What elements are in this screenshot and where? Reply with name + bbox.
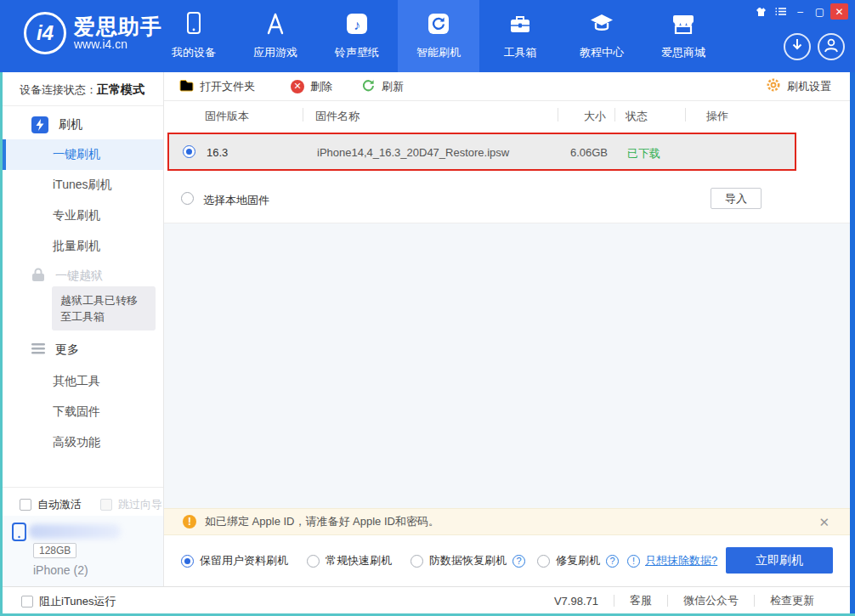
wechat-link[interactable]: 微信公众号 bbox=[668, 593, 754, 608]
block-itunes-checkbox[interactable] bbox=[21, 596, 33, 608]
firmware-radio[interactable] bbox=[183, 145, 195, 158]
scrollbar[interactable] bbox=[850, 72, 855, 613]
customer-service-link[interactable]: 客服 bbox=[614, 593, 667, 608]
sidebar-item-label: 下载固件 bbox=[53, 404, 100, 420]
option-repair[interactable]: 修复刷机 ? bbox=[537, 553, 619, 568]
notice-close-icon[interactable]: ✕ bbox=[818, 515, 830, 530]
sidebar-item-download-firmware[interactable]: 下载固件 bbox=[3, 398, 163, 426]
device-name-blurred bbox=[29, 524, 121, 539]
download-manager-button[interactable] bbox=[784, 33, 811, 60]
user-icon bbox=[824, 37, 839, 56]
tab-my-device[interactable]: 我的设备 bbox=[153, 0, 235, 72]
tab-smart-flash[interactable]: 智能刷机 bbox=[398, 0, 479, 72]
help-icon[interactable]: ? bbox=[606, 555, 619, 568]
divider bbox=[303, 108, 303, 122]
notice-text: 如已绑定 Apple ID，请准备好 Apple ID和密码。 bbox=[205, 514, 439, 529]
import-button[interactable]: 导入 bbox=[711, 188, 762, 209]
device-panel: 128GB iPhone (2) bbox=[3, 516, 163, 586]
auto-activate-checkbox[interactable] bbox=[20, 499, 31, 511]
divider bbox=[685, 108, 686, 122]
option-radio[interactable] bbox=[537, 555, 550, 568]
sidebar-item-pro-flash[interactable]: 专业刷机 bbox=[3, 201, 163, 231]
theme-icon[interactable] bbox=[752, 3, 770, 20]
flash-mode-options: 保留用户资料刷机 常规快速刷机 防数据恢复刷机 ? 修复刷机 ? ! 只想抹除数… bbox=[164, 535, 850, 586]
refresh-circle-icon bbox=[361, 78, 376, 95]
option-radio[interactable] bbox=[411, 555, 423, 568]
block-itunes-label: 阻止iTunes运行 bbox=[39, 594, 116, 609]
option-keep-user-data[interactable]: 保留用户资料刷机 bbox=[181, 553, 288, 568]
auto-activate-label: 自动激活 bbox=[37, 497, 82, 512]
store-icon bbox=[671, 12, 695, 39]
menu-list-icon[interactable] bbox=[772, 3, 790, 20]
user-account-button[interactable] bbox=[818, 33, 845, 60]
skip-wizard-label: 跳过向导 bbox=[118, 497, 162, 512]
appstore-icon bbox=[264, 12, 286, 39]
block-itunes-option[interactable]: 阻止iTunes运行 bbox=[21, 594, 116, 609]
sidebar: 设备连接状态：正常模式 刷机 一键刷机 iTunes刷机 专业刷机 批量刷机 一… bbox=[3, 72, 163, 586]
connection-status: 设备连接状态：正常模式 bbox=[3, 72, 163, 106]
option-anti-recovery[interactable]: 防数据恢复刷机 ? bbox=[411, 553, 525, 568]
minimize-button[interactable]: – bbox=[791, 3, 809, 20]
divider bbox=[558, 108, 558, 122]
local-firmware-radio[interactable] bbox=[181, 192, 194, 205]
device-model-label: iPhone (2) bbox=[33, 563, 88, 577]
window-controls: – ▢ ✕ bbox=[752, 3, 848, 20]
local-firmware-row[interactable]: 选择本地固件 导入 bbox=[164, 172, 850, 223]
device-capacity-badge: 128GB bbox=[33, 543, 76, 558]
sidebar-item-label: 其他工具 bbox=[53, 374, 100, 389]
info-exclamation-icon: ! bbox=[627, 555, 640, 568]
option-radio[interactable] bbox=[181, 555, 194, 568]
sidebar-item-itunes-flash[interactable]: iTunes刷机 bbox=[3, 170, 163, 201]
empty-area bbox=[164, 223, 850, 508]
graduation-icon bbox=[590, 12, 614, 39]
option-normal-fast[interactable]: 常规快速刷机 bbox=[307, 553, 392, 568]
flash-settings-button[interactable]: 刷机设置 bbox=[766, 77, 831, 95]
tab-apps-games[interactable]: 应用游戏 bbox=[235, 0, 316, 72]
tab-toolbox[interactable]: 工具箱 bbox=[479, 0, 561, 72]
check-update-link[interactable]: 检查更新 bbox=[755, 593, 830, 608]
erase-data-link[interactable]: 只想抹除数据? bbox=[645, 553, 717, 568]
tab-label: 智能刷机 bbox=[416, 45, 461, 60]
sidebar-item-batch-flash[interactable]: 批量刷机 bbox=[3, 231, 163, 262]
activation-options: 自动激活 跳过向导 bbox=[3, 492, 163, 517]
refresh-button[interactable]: 刷新 bbox=[361, 78, 404, 95]
skip-wizard-checkbox[interactable] bbox=[100, 499, 112, 511]
phone-icon bbox=[183, 12, 205, 39]
svg-text:♪: ♪ bbox=[354, 18, 360, 32]
firmware-version: 16.3 bbox=[207, 146, 228, 159]
close-button[interactable]: ✕ bbox=[830, 3, 848, 20]
section-flash-label: 刷机 bbox=[59, 117, 82, 133]
connection-status-label: 设备连接状态： bbox=[20, 83, 97, 96]
top-nav: 我的设备 应用游戏 ♪ 铃声壁纸 智能刷机 bbox=[153, 0, 724, 72]
firmware-row-selected[interactable]: 16.3 iPhone14,4_16.3_20D47_Restore.ipsw … bbox=[167, 133, 796, 171]
col-status: 状态 bbox=[626, 109, 648, 124]
open-folder-button[interactable]: 打开文件夹 bbox=[179, 79, 255, 94]
option-label: 保留用户资料刷机 bbox=[200, 553, 288, 568]
divider bbox=[614, 108, 615, 122]
option-label: 常规快速刷机 bbox=[326, 553, 392, 568]
help-icon[interactable]: ? bbox=[512, 555, 525, 568]
col-size: 大小 bbox=[551, 109, 606, 124]
sidebar-item-jailbreak: 一键越狱 bbox=[3, 263, 163, 289]
tab-label: 铃声壁纸 bbox=[335, 45, 379, 60]
option-radio[interactable] bbox=[307, 555, 320, 568]
sidebar-item-one-click-flash[interactable]: 一键刷机 bbox=[3, 139, 163, 170]
maximize-button[interactable]: ▢ bbox=[811, 3, 829, 20]
refresh-label: 刷新 bbox=[382, 79, 404, 94]
app-url: www.i4.cn bbox=[74, 37, 162, 51]
flash-now-button[interactable]: 立即刷机 bbox=[726, 547, 833, 574]
sidebar-item-label: 一键刷机 bbox=[53, 147, 100, 162]
tab-tutorials[interactable]: 教程中心 bbox=[561, 0, 643, 72]
sidebar-item-other-tools[interactable]: 其他工具 bbox=[3, 368, 163, 395]
sidebar-item-advanced[interactable]: 高级功能 bbox=[3, 429, 163, 456]
local-firmware-label: 选择本地固件 bbox=[203, 193, 269, 208]
delete-button[interactable]: ✕ 删除 bbox=[291, 79, 332, 94]
section-flash: 刷机 bbox=[3, 110, 163, 139]
tab-store[interactable]: 爱思商城 bbox=[643, 0, 724, 72]
option-label: 防数据恢复刷机 bbox=[429, 553, 507, 568]
col-action: 操作 bbox=[706, 109, 728, 124]
device-phone-icon bbox=[12, 523, 26, 545]
tab-label: 教程中心 bbox=[580, 45, 624, 60]
tab-ringtones-wallpapers[interactable]: ♪ 铃声壁纸 bbox=[316, 0, 398, 72]
flash-settings-label: 刷机设置 bbox=[787, 79, 831, 94]
